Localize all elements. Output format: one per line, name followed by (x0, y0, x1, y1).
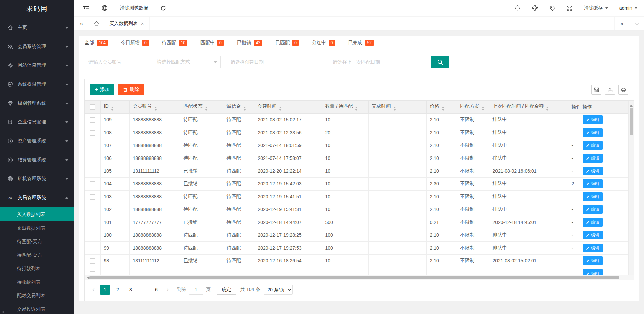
page-number-button[interactable]: 2 (113, 285, 123, 295)
status-tab[interactable]: 已完成 52 (348, 36, 374, 50)
vertical-scrollbar[interactable] (628, 101, 634, 275)
sort-icon[interactable] (111, 107, 114, 111)
row-checkbox[interactable] (90, 143, 95, 148)
col-header-plan[interactable]: 匹配方案 (457, 101, 489, 113)
clear-test-data-button[interactable]: 清除测试数据 (120, 5, 148, 11)
tabs-menu-button[interactable] (629, 17, 644, 30)
edit-button[interactable]: 编辑 (583, 218, 603, 227)
edit-button[interactable]: 编辑 (583, 269, 603, 275)
sidebar-scroll-left-arrow[interactable] (1, 311, 4, 313)
row-checkbox[interactable] (90, 246, 95, 251)
member-account-input[interactable] (85, 56, 145, 68)
sort-icon[interactable] (243, 107, 246, 111)
add-button[interactable]: + 添加 (90, 84, 114, 95)
tag-icon[interactable] (549, 5, 555, 11)
match-type-select[interactable]: -请选择匹配方式- (152, 56, 221, 68)
sidebar-subitem[interactable]: 卖出数据列表 (0, 221, 74, 235)
row-checkbox[interactable] (90, 130, 95, 136)
page-number-button[interactable]: … (138, 285, 149, 295)
notifications-bell-icon[interactable] (515, 5, 520, 11)
prev-page-button[interactable]: ‹ (90, 285, 97, 295)
vertical-scrollbar-thumb[interactable] (630, 108, 633, 135)
tabs-scroll-left-button[interactable]: « (74, 17, 89, 30)
row-checkbox[interactable] (90, 169, 95, 174)
row-checkbox[interactable] (90, 181, 95, 187)
sidebar-item-settlement[interactable]: 结算管理系统 (0, 150, 74, 169)
sort-icon[interactable] (393, 107, 396, 111)
edit-button[interactable]: 编辑 (583, 256, 603, 265)
row-checkbox[interactable] (90, 271, 95, 275)
tab-buy-data-list[interactable]: 买入数据列表 × (104, 17, 150, 30)
sidebar-item-assets[interactable]: 资产管理系统 (0, 132, 74, 150)
sort-icon[interactable] (279, 107, 282, 111)
page-number-button[interactable]: 3 (126, 285, 136, 295)
sort-icon[interactable] (355, 107, 358, 111)
sort-icon[interactable] (546, 107, 549, 111)
page-size-select[interactable]: 20 条/页 (264, 285, 293, 295)
sort-icon[interactable] (442, 107, 445, 111)
status-tab[interactable]: 已撤销 42 (237, 36, 262, 50)
next-page-button[interactable]: › (164, 285, 171, 295)
col-header-created[interactable]: 创建时间 (254, 101, 322, 113)
row-checkbox[interactable] (90, 156, 95, 161)
edit-button[interactable]: 编辑 (583, 192, 603, 201)
search-button[interactable] (431, 56, 449, 68)
edit-button[interactable]: 编辑 (583, 141, 603, 150)
col-header-deposit[interactable]: 诚信金 (223, 101, 254, 113)
goto-page-input[interactable] (189, 285, 203, 295)
sidebar-item-miners[interactable]: 矿机管理系统 (0, 169, 74, 188)
refresh-icon[interactable] (160, 5, 166, 11)
edit-button[interactable]: 编辑 (583, 115, 603, 124)
sort-icon[interactable] (154, 107, 157, 111)
create-date-input[interactable] (227, 56, 323, 68)
row-checkbox[interactable] (90, 233, 95, 238)
col-header-finished[interactable]: 完成时间 (368, 101, 426, 113)
columns-filter-icon[interactable] (591, 85, 601, 95)
status-tab[interactable]: 全部 104 (85, 36, 108, 50)
sidebar-collapse-icon[interactable] (83, 6, 89, 11)
fullscreen-icon[interactable] (567, 5, 572, 11)
tabs-scroll-right-button[interactable]: » (614, 17, 629, 30)
last-match-date-input[interactable] (329, 56, 425, 68)
col-header-price[interactable]: 价格 (426, 101, 457, 113)
status-tab[interactable]: 分红中 0 (312, 36, 335, 50)
edit-button[interactable]: 编辑 (583, 128, 603, 137)
sidebar-subitem[interactable]: 配对交易列表 (0, 289, 74, 302)
status-tab[interactable]: 待匹配 10 (162, 36, 187, 50)
page-number-button[interactable]: 1 (100, 285, 110, 295)
row-checkbox[interactable] (90, 117, 95, 123)
confirm-button[interactable]: 确定 (217, 285, 236, 295)
clear-cache-dropdown[interactable]: 清除缓存 (584, 5, 608, 11)
sidebar-subitem[interactable]: 待打款列表 (0, 262, 74, 275)
print-icon[interactable] (618, 85, 628, 95)
export-icon[interactable] (605, 85, 615, 95)
sidebar-item-permissions[interactable]: 系统权限管理 (0, 75, 74, 94)
scroll-up-arrow-icon[interactable] (630, 103, 633, 107)
sidebar-item-enterprise[interactable]: 企业信息管理 (0, 113, 74, 132)
edit-button[interactable]: 编辑 (583, 205, 603, 214)
scroll-left-arrow-icon[interactable] (86, 276, 89, 279)
row-checkbox[interactable] (90, 194, 95, 200)
col-header-quantity[interactable]: 数量 / 待匹配 (322, 101, 368, 113)
select-all-checkbox[interactable] (90, 104, 95, 110)
status-tab[interactable]: 匹配中 0 (200, 36, 224, 50)
close-icon[interactable]: × (141, 21, 144, 26)
status-tab[interactable]: 已匹配 0 (275, 36, 299, 50)
edit-button[interactable]: 编辑 (583, 244, 603, 252)
user-dropdown[interactable]: admin (619, 5, 637, 11)
edit-button[interactable]: 编辑 (583, 154, 603, 163)
page-number-button[interactable]: 6 (151, 285, 161, 295)
globe-icon[interactable] (102, 5, 108, 11)
edit-button[interactable]: 编辑 (583, 231, 603, 239)
sidebar-item-home[interactable]: 主页 (0, 18, 74, 37)
col-header-id[interactable]: ID (100, 101, 129, 113)
delete-button[interactable]: 删除 (118, 84, 144, 95)
sidebar-subitem[interactable]: 买入数据列表 (0, 207, 74, 221)
sidebar-item-trade[interactable]: ∞ 交易管理系统 (0, 188, 74, 207)
horizontal-scrollbar-thumb[interactable] (89, 276, 619, 279)
sidebar-subitem[interactable]: 交易投诉列表 (0, 302, 74, 314)
horizontal-scrollbar[interactable] (85, 275, 634, 280)
col-header-account[interactable]: 会员账号 (129, 101, 180, 113)
col-header-status[interactable]: 匹配状态 (180, 101, 223, 113)
sidebar-subitem[interactable]: 待匹配-买方 (0, 235, 74, 248)
